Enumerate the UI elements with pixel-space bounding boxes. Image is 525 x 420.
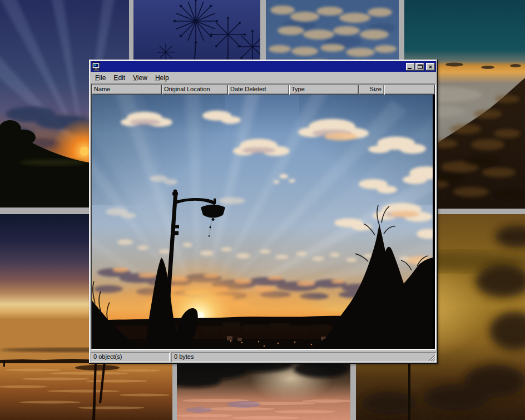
menu-edit[interactable]: Edit	[110, 73, 129, 83]
minimize-icon	[408, 68, 412, 69]
column-header-type[interactable]: Type	[289, 85, 359, 95]
desktop: × File Edit View Help Name Original Loca…	[0, 0, 525, 420]
status-object-count: 0 object(s)	[91, 352, 170, 362]
column-header-row: Name Original Location Date Deleted Type…	[92, 85, 435, 95]
window-titlebar[interactable]: ×	[91, 61, 436, 72]
column-header-name[interactable]: Name	[92, 85, 162, 95]
status-bar: 0 object(s) 0 bytes	[91, 351, 436, 362]
close-icon: ×	[429, 64, 432, 70]
list-view: Name Original Location Date Deleted Type…	[91, 83, 436, 350]
column-header-filler	[384, 85, 435, 95]
list-view-body[interactable]	[92, 95, 435, 349]
maximize-icon	[418, 65, 423, 69]
sunset-street-lamp-photo	[92, 95, 433, 349]
menu-view[interactable]: View	[129, 73, 151, 83]
menu-file[interactable]: File	[91, 73, 110, 83]
close-button[interactable]: ×	[426, 63, 435, 71]
resize-grip[interactable]	[428, 354, 435, 362]
column-header-date-deleted[interactable]: Date Deleted	[228, 85, 289, 95]
maximize-button[interactable]	[415, 63, 424, 71]
computer-icon[interactable]	[92, 62, 101, 71]
menu-help[interactable]: Help	[151, 73, 173, 83]
menu-bar: File Edit View Help	[91, 72, 436, 83]
minimize-button[interactable]	[406, 63, 415, 71]
column-header-original-location[interactable]: Original Location	[162, 85, 228, 95]
status-byte-count: 0 bytes	[171, 352, 436, 362]
column-header-size[interactable]: Size	[359, 85, 384, 95]
recycle-bin-window: × File Edit View Help Name Original Loca…	[89, 60, 438, 364]
status-bytes-text: 0 bytes	[174, 353, 194, 360]
